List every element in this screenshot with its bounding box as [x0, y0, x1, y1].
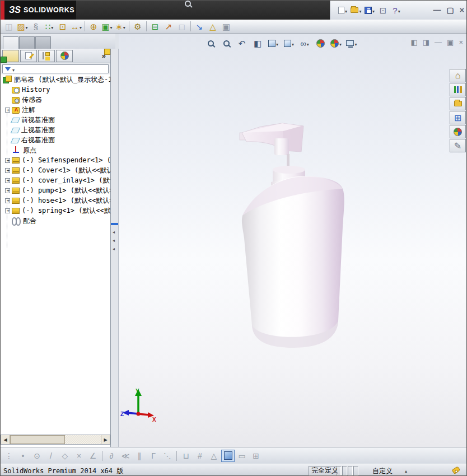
panel-horizontal-scrollbar[interactable]: ◀ ▶: [1, 435, 110, 445]
previous-view[interactable]: ↶: [235, 37, 249, 49]
scroll-thumb[interactable]: [10, 435, 65, 444]
window-restore[interactable]: ▣: [447, 37, 454, 47]
scroll-left-arrow[interactable]: ◀: [1, 435, 10, 444]
filter-dropdown-icon[interactable]: [12, 64, 15, 74]
spline-points[interactable]: ⋱: [161, 450, 174, 462]
status-custom-dropdown-icon[interactable]: ▴: [405, 469, 407, 474]
menu-window[interactable]: [157, 8, 169, 12]
menu-view[interactable]: [108, 8, 120, 12]
view-settings[interactable]: [345, 37, 358, 49]
tree-item-top-plane[interactable]: 上视基准面: [1, 125, 110, 135]
tree-item-hose[interactable]: (-) hose<1> (默认<<默认>_: [1, 195, 110, 206]
sketch-circle[interactable]: ⊙: [30, 450, 44, 462]
status-custom[interactable]: 自定义: [372, 466, 393, 476]
tree-item-right-plane[interactable]: 右视基准面: [1, 135, 110, 145]
sketch-grid[interactable]: #: [193, 450, 207, 462]
tab-sketch[interactable]: [35, 36, 51, 49]
section-view[interactable]: ◧: [251, 37, 264, 49]
parallel-relation[interactable]: ∥: [133, 450, 146, 462]
print[interactable]: ⊡: [376, 4, 390, 16]
tree-item-pump[interactable]: (-) pump<1> (默认<<默认>_: [1, 185, 110, 195]
open-part[interactable]: ▨: [16, 20, 29, 32]
tab-layout[interactable]: [19, 36, 35, 49]
shaded-view[interactable]: [221, 450, 235, 462]
filter-input[interactable]: [2, 64, 109, 73]
close-button[interactable]: ×: [460, 6, 464, 15]
zoom-to-area[interactable]: [220, 37, 233, 49]
expander-icon[interactable]: [5, 108, 10, 113]
featuremanager-tab[interactable]: [2, 50, 19, 62]
design-library[interactable]: [450, 83, 466, 96]
search-icon[interactable]: [185, 1, 191, 7]
drag-handle[interactable]: ⋮: [2, 450, 16, 462]
image-capture[interactable]: ▣: [220, 20, 233, 32]
tree-item-mates[interactable]: 配合: [1, 216, 110, 226]
tab-assembly[interactable]: [3, 36, 18, 49]
tree-root[interactable]: 肥皂器 (默认<默认_显示状态-1: [1, 74, 110, 85]
pane-split-left[interactable]: ◧: [411, 37, 418, 47]
menu-toolbox[interactable]: [144, 8, 157, 12]
tree-item-cover-inlay[interactable]: (-) cover_inlay<1> (默认<<: [1, 175, 110, 185]
window-close[interactable]: ×: [459, 37, 463, 47]
evaluate-table[interactable]: ⊞: [249, 450, 263, 462]
minimize-button[interactable]: —: [433, 6, 441, 15]
file-explorer[interactable]: [450, 97, 466, 110]
scroll-right-arrow[interactable]: ▶: [101, 435, 110, 444]
configurationmanager-tab[interactable]: [38, 50, 55, 62]
sketch-trim[interactable]: ×: [72, 450, 86, 462]
smart-fasteners[interactable]: ⊕: [87, 20, 100, 32]
motion-study[interactable]: ↗: [162, 20, 175, 32]
apply-scene[interactable]: [329, 37, 343, 49]
assembly-features[interactable]: ⚙: [131, 20, 144, 32]
tree-item-history[interactable]: History: [1, 85, 110, 95]
view-orientation[interactable]: [267, 37, 280, 49]
interference-detection[interactable]: △: [206, 20, 220, 32]
menu-tools[interactable]: [132, 8, 144, 12]
propertymanager-tab[interactable]: [20, 50, 37, 62]
simulation[interactable]: ◻: [175, 20, 189, 32]
viewport[interactable]: ↶ ◧ ∞: [119, 34, 467, 447]
zoom-to-fit[interactable]: [204, 37, 217, 49]
smart-dimension[interactable]: ⊔: [179, 450, 193, 462]
menu-edit[interactable]: [95, 8, 108, 12]
edit-appearance[interactable]: [314, 37, 327, 49]
section-pane[interactable]: ▭: [235, 450, 249, 462]
sketch-point[interactable]: •: [16, 450, 30, 462]
custom-properties[interactable]: ✎: [450, 139, 466, 152]
sketch-angle[interactable]: ∠: [86, 450, 100, 462]
expander-icon[interactable]: [5, 158, 10, 163]
chamfer-relation[interactable]: ≪: [119, 450, 132, 462]
menu-help[interactable]: [169, 8, 181, 12]
tag-icon[interactable]: [452, 466, 461, 474]
panel-splitter[interactable]: ◂ ◂ ◂: [111, 49, 119, 447]
window-minimize[interactable]: —: [435, 37, 442, 47]
save[interactable]: [363, 4, 376, 16]
tree-item-sensors[interactable]: 传感器: [1, 95, 110, 105]
expander-icon[interactable]: [5, 168, 10, 173]
take-snapshot[interactable]: ⊡: [56, 20, 69, 32]
help[interactable]: ?: [390, 4, 403, 16]
move-component[interactable]: ↔: [69, 20, 83, 32]
edit-component[interactable]: ▣: [100, 20, 114, 32]
tree-item-front-plane[interactable]: 前视基准面: [1, 115, 110, 125]
sketch-polygon[interactable]: ◇: [58, 450, 72, 462]
new-document[interactable]: [336, 4, 349, 16]
displaymanager-tab[interactable]: [56, 50, 73, 62]
open-document[interactable]: [349, 4, 363, 16]
tree-item-origin[interactable]: 原点: [1, 145, 110, 155]
corner-rectangle[interactable]: Γ: [147, 450, 160, 462]
soap-dispenser-model[interactable]: [227, 119, 362, 354]
tree-item-cover[interactable]: (-) Cover<1> (默认<<默认>_: [1, 165, 110, 175]
external-references[interactable]: ⊟: [148, 20, 162, 32]
angle-dimension[interactable]: △: [207, 450, 221, 462]
expander-icon[interactable]: [5, 208, 10, 213]
task-pane-home[interactable]: ⌂: [450, 69, 466, 82]
expander-icon[interactable]: [5, 198, 10, 203]
attachments[interactable]: §: [29, 20, 43, 32]
menu-file[interactable]: [83, 8, 95, 12]
exploded-view[interactable]: ↘: [193, 20, 206, 32]
tree-item-annotations[interactable]: 注解: [1, 105, 110, 115]
new-part[interactable]: ∗: [114, 20, 127, 32]
view-palette[interactable]: ⊞: [450, 111, 466, 124]
display-style[interactable]: [282, 37, 296, 49]
